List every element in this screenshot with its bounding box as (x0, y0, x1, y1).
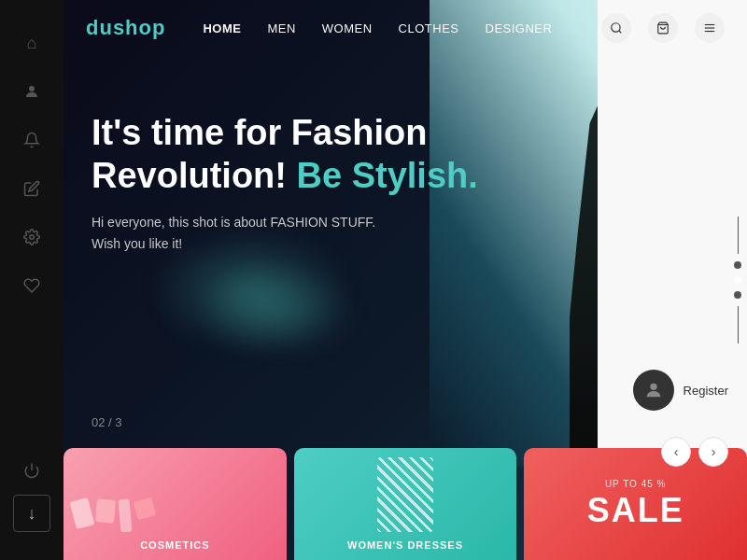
power-icon[interactable] (15, 454, 49, 487)
cart-button[interactable] (648, 13, 678, 43)
slide-dot-1[interactable] (734, 261, 741, 269)
down-arrow-icon: ↓ (28, 504, 36, 524)
nav-links: HOME MEN WOMEN CLOTHES DESIGNER (203, 21, 552, 35)
slide-line-top (738, 217, 739, 254)
svg-point-0 (29, 86, 35, 91)
nav-arrows: ‹ › (661, 437, 728, 467)
bottom-cards: COSMETICS WOMEN'S DRESSES UP TO 45 % SAL… (63, 439, 747, 560)
smoke-decoration-2 (204, 271, 353, 355)
nav-home[interactable]: HOME (203, 21, 241, 35)
slide-indicators (734, 217, 747, 343)
search-button[interactable] (601, 13, 631, 43)
dresses-card-label: WOMEN'S DRESSES (294, 539, 517, 551)
gear-icon[interactable] (15, 220, 49, 254)
svg-point-3 (612, 23, 620, 32)
menu-button[interactable] (695, 13, 725, 43)
prev-arrow-button[interactable]: ‹ (661, 437, 691, 467)
dresses-card[interactable]: WOMEN'S DRESSES (294, 448, 517, 560)
register-avatar[interactable] (633, 370, 674, 411)
slide-dot-3[interactable] (734, 291, 741, 299)
nav-clothes[interactable]: CLOTHES (399, 21, 459, 35)
slide-dot-2[interactable] (734, 276, 741, 284)
sale-upto-text: UP TO 45 % (605, 479, 667, 489)
sale-label: SALE (587, 491, 684, 530)
user-icon[interactable] (15, 75, 49, 108)
heart-icon[interactable] (15, 269, 49, 302)
svg-point-1 (30, 235, 35, 240)
register-label[interactable]: Register (684, 384, 728, 398)
pagination: 02 / 3 (92, 415, 122, 429)
nav-designer[interactable]: DESIGNER (486, 21, 553, 35)
nav-right-icons (601, 13, 725, 43)
next-arrow-button[interactable]: › (698, 437, 728, 467)
scroll-down-button[interactable]: ↓ (13, 495, 50, 532)
home-icon[interactable]: ⌂ (15, 26, 49, 60)
hero-subtitle: Hi everyone, this shot is about FASHION … (92, 212, 478, 254)
logo[interactable]: dushop (86, 16, 165, 40)
main-content: dushop HOME MEN WOMEN CLOTHES DESIGNER (63, 0, 747, 560)
svg-line-4 (619, 31, 622, 34)
top-navigation: dushop HOME MEN WOMEN CLOTHES DESIGNER (63, 0, 747, 56)
cosmetics-card-label: COSMETICS (63, 539, 287, 551)
bell-icon[interactable] (15, 123, 49, 157)
cosmetics-card[interactable]: COSMETICS (63, 448, 287, 560)
nav-men[interactable]: MEN (267, 21, 295, 35)
hero-content: It's time for Fashion Revolution! Be Sty… (92, 112, 478, 273)
pencil-icon[interactable] (15, 172, 49, 205)
svg-point-9 (650, 384, 656, 390)
nav-women[interactable]: WOMEN (322, 21, 373, 35)
sidebar: ⌂ ↓ (0, 0, 63, 560)
slide-line-bottom (738, 306, 739, 343)
hero-title: It's time for Fashion Revolution! Be Sty… (92, 112, 478, 197)
register-section: Register (633, 370, 728, 411)
